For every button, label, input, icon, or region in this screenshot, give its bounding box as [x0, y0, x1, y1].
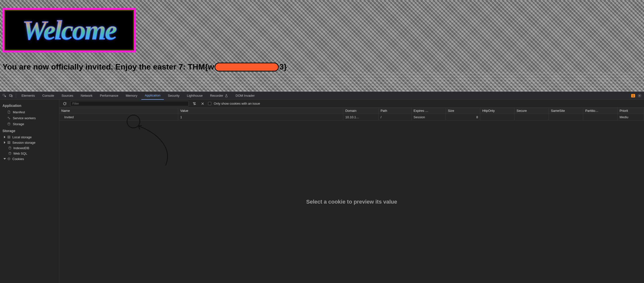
page-viewport: Welcome You are now officially invited. …	[0, 0, 644, 92]
devtools-tabbar: Elements Console Sources Network Perform…	[0, 92, 644, 100]
hand-drawn-annotation	[124, 116, 227, 168]
file-icon	[7, 110, 11, 114]
col-header-name[interactable]: Name	[59, 108, 178, 114]
svg-point-6	[8, 123, 10, 124]
tab-application[interactable]: Application	[141, 92, 164, 100]
svg-rect-2	[11, 95, 12, 97]
device-toggle-icon[interactable]	[8, 93, 14, 99]
col-header-size[interactable]: Size	[446, 108, 480, 114]
svg-point-3	[639, 95, 640, 96]
tab-elements[interactable]: Elements	[18, 92, 38, 100]
tab-recorder[interactable]: Recorder	[206, 92, 232, 100]
grid-icon	[7, 141, 11, 144]
tab-lighthouse[interactable]: Lighthouse	[183, 92, 206, 100]
svg-point-9	[9, 147, 11, 148]
svg-rect-0	[3, 94, 5, 96]
col-header-expires[interactable]: Expires …	[412, 108, 446, 114]
only-issues-checkbox[interactable]	[208, 102, 211, 105]
database-icon	[8, 146, 12, 150]
close-icon[interactable]	[200, 101, 206, 107]
sidebar-item-label: Service workers	[13, 116, 36, 120]
sidebar-item-label: Manifest	[13, 110, 25, 114]
tab-separator	[16, 94, 16, 98]
tab-performance[interactable]: Performance	[96, 92, 122, 100]
sidebar-header-application: Application	[0, 102, 59, 109]
svg-point-4	[8, 117, 9, 118]
tab-console[interactable]: Console	[39, 92, 58, 100]
only-issues-label: Only show cookies with an issue	[214, 102, 260, 105]
cookies-table: Name Value Domain Path Expires … Size Ht…	[59, 108, 644, 120]
sidebar-item-label: Local storage	[12, 135, 32, 139]
gears-icon	[7, 116, 11, 120]
cell-path: /	[378, 114, 412, 120]
table-row[interactable]: Invited 1 10.10.1… / Session 8 Mediu	[59, 114, 644, 120]
clear-filter-icon[interactable]	[191, 101, 197, 107]
redaction-box	[214, 63, 279, 72]
issues-badge[interactable]: 1	[631, 94, 635, 98]
sidebar-item-label: IndexedDB	[13, 146, 29, 150]
welcome-text: Welcome	[22, 15, 116, 46]
welcome-banner: Welcome	[2, 8, 136, 53]
sidebar-item-local-storage[interactable]: Local storage	[0, 134, 59, 140]
inspect-icon[interactable]	[2, 93, 8, 99]
cell-expires: Session	[412, 114, 446, 120]
sidebar-item-storage[interactable]: Storage	[0, 121, 59, 127]
col-header-samesite[interactable]: SameSite	[549, 108, 583, 114]
flag-prefix: You are now officially invited. Enjoy th…	[2, 62, 214, 72]
svg-rect-1	[10, 95, 11, 96]
sidebar-item-cookies[interactable]: Cookies	[0, 156, 59, 162]
sidebar-item-websql[interactable]: Web SQL	[0, 151, 59, 156]
sidebar-item-label: Session storage	[12, 141, 35, 144]
sidebar-header-storage: Storage	[0, 127, 59, 134]
tab-dom-invader[interactable]: DOM Invader	[232, 92, 258, 100]
tab-sources[interactable]: Sources	[58, 92, 77, 100]
application-main: Only show cookies with an issue Name Val…	[59, 100, 644, 283]
cell-size: 8	[446, 114, 480, 120]
chevron-down-icon	[4, 158, 6, 160]
sidebar-item-service-workers[interactable]: Service workers	[0, 115, 59, 121]
tab-memory[interactable]: Memory	[122, 92, 141, 100]
svg-point-14	[9, 159, 9, 159]
cookies-toolbar: Only show cookies with an issue	[59, 100, 644, 108]
cell-httponly	[480, 114, 514, 120]
tab-security[interactable]: Security	[164, 92, 183, 100]
svg-point-11	[8, 158, 10, 160]
col-header-priority[interactable]: Priorit	[618, 108, 644, 114]
cell-secure	[514, 114, 549, 120]
database-icon	[7, 122, 11, 126]
flag-suffix: 3}	[279, 62, 287, 72]
col-header-partition[interactable]: Partitio…	[583, 108, 618, 114]
cell-value: 1	[178, 114, 343, 120]
sidebar-item-label: Cookies	[12, 157, 24, 161]
application-sidebar: Application Manifest Service workers Sto…	[0, 100, 59, 283]
database-icon	[8, 151, 12, 155]
cell-partition	[583, 114, 618, 120]
col-header-value[interactable]: Value	[178, 108, 343, 114]
devtools-panel: Elements Console Sources Network Perform…	[0, 92, 644, 283]
cell-samesite	[549, 114, 583, 120]
svg-point-13	[9, 158, 10, 159]
filter-input[interactable]	[70, 101, 189, 106]
preview-text: Select a cookie to preview its value	[306, 199, 397, 205]
sidebar-item-manifest[interactable]: Manifest	[0, 109, 59, 115]
sidebar-item-indexeddb[interactable]: IndexedDB	[0, 145, 59, 151]
col-header-path[interactable]: Path	[378, 108, 412, 114]
tab-network[interactable]: Network	[77, 92, 96, 100]
svg-point-5	[9, 118, 10, 119]
col-header-secure[interactable]: Secure	[514, 108, 549, 114]
sidebar-item-label: Storage	[13, 122, 24, 126]
col-header-domain[interactable]: Domain	[343, 108, 378, 114]
refresh-icon[interactable]	[62, 101, 68, 107]
settings-icon[interactable]	[636, 93, 642, 99]
cell-priority: Mediu	[618, 114, 644, 120]
flag-text: You are now officially invited. Enjoy th…	[2, 62, 642, 72]
sidebar-item-label: Web SQL	[13, 152, 27, 155]
col-header-httponly[interactable]: HttpOnly	[480, 108, 514, 114]
grid-icon	[7, 135, 11, 139]
cookie-icon	[7, 157, 11, 161]
sidebar-item-session-storage[interactable]: Session storage	[0, 140, 59, 145]
cell-name: Invited	[59, 114, 178, 120]
flask-icon	[225, 94, 228, 98]
table-header-row: Name Value Domain Path Expires … Size Ht…	[59, 108, 644, 114]
chevron-right-icon	[4, 136, 6, 138]
